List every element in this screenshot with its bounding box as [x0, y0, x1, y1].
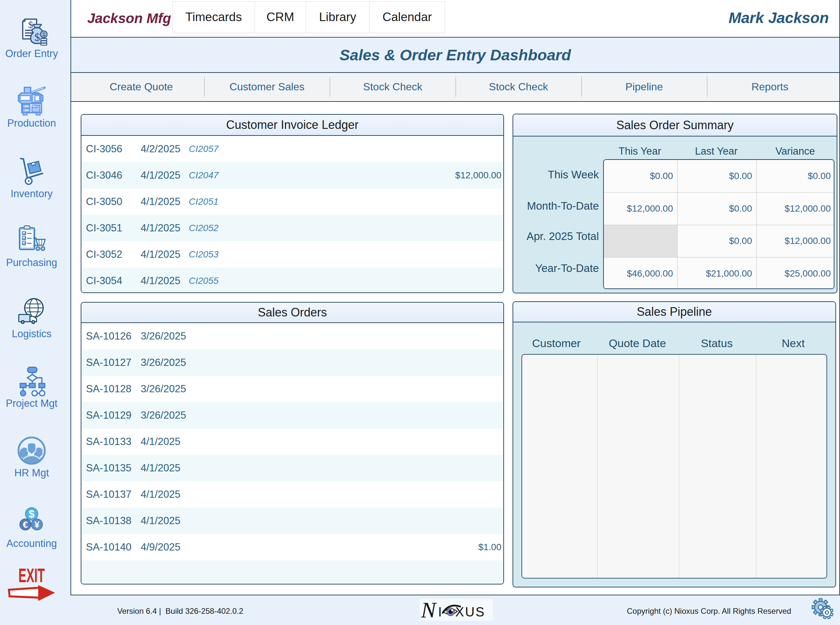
svg-text:$: $	[29, 508, 34, 520]
svg-text:$: $	[28, 19, 33, 30]
svg-text:$: $	[34, 31, 40, 43]
svg-text:N: N	[421, 598, 437, 622]
svg-text:€: €	[23, 519, 28, 530]
svg-text:¥: ¥	[34, 519, 40, 530]
svg-text:$: $	[42, 32, 45, 37]
svg-text:XUS: XUS	[455, 605, 485, 619]
svg-text:I: I	[438, 605, 442, 619]
